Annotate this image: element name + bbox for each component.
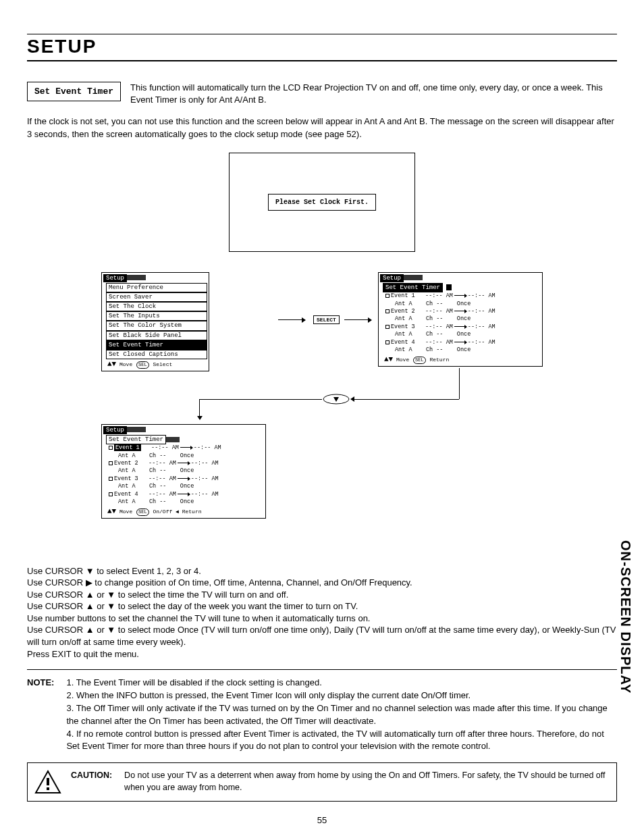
instructions-block: Use CURSOR ▼ to select Event 1, 2, 3 or …	[27, 565, 617, 660]
flow-line	[459, 368, 460, 399]
instruction-line: Use CURSOR ▶ to change position of On ti…	[27, 577, 617, 589]
instruction-line: Use CURSOR ▲ or ▼ to select the time the…	[27, 589, 617, 601]
note-label: NOTE:	[27, 677, 54, 753]
top-rule	[27, 34, 617, 34]
timer-subtitle: Set Event Timer	[106, 435, 166, 444]
svg-rect-3	[47, 778, 49, 785]
page-title: SETUP	[27, 36, 617, 61]
setup-menu-title: Setup	[103, 274, 127, 282]
menu-item: Set Black Side Panel	[106, 331, 207, 340]
arrow-right-icon	[278, 319, 305, 320]
arrow-right-icon	[344, 319, 371, 320]
menu-item: Set Closed Captions	[106, 350, 207, 359]
note-item: 4. If no remote control button is presse…	[66, 728, 617, 754]
header-row: Set Event Timer This function will autom…	[27, 82, 617, 106]
event-sub: Ant A Ch -- Once	[103, 498, 264, 506]
instruction-line: Use CURSOR ▼ to select Event 1, 2, 3 or …	[27, 565, 617, 577]
event-row: Event 2 --:-- AM--:-- AM	[103, 460, 264, 467]
event-row: Event 3 --:-- AM--:-- AM	[380, 323, 541, 331]
event-row-selected: Event 1 --:-- AM--:-- AM	[103, 444, 264, 452]
event-row: Event 3 --:-- AM--:-- AM	[103, 475, 264, 483]
clock-warning-text: Please Set Clock First.	[268, 194, 376, 211]
menu-item: Set The Clock	[106, 302, 207, 311]
caution-block: CAUTION: Do not use your TV as a deterre…	[27, 762, 617, 802]
event-row: Event 4 --:-- AM--:-- AM	[103, 491, 264, 498]
warning-icon	[34, 770, 61, 794]
arrow-down-icon	[199, 399, 200, 419]
menu-bar-icon	[127, 275, 146, 280]
intro-text: This function will automatically turn th…	[130, 82, 617, 106]
timer-hint-b: ▲▼ Move SEL On/Off ◀ Return	[103, 506, 264, 517]
caution-text: Do not use your TV as a deterrent when a…	[124, 770, 610, 793]
clock-paragraph: If the clock is not set, you can not use…	[27, 115, 617, 140]
flow-line	[351, 399, 459, 400]
event-sub: Ant A Ch -- Once	[103, 483, 264, 490]
section-label: Set Event Timer	[27, 82, 121, 101]
clock-warning-screen: Please Set Clock First.	[229, 153, 415, 252]
instruction-line: Use number buttons to set the channel th…	[27, 613, 617, 625]
cursor-indicator-icon	[446, 284, 452, 290]
side-tab-label: ON-SCREEN DISPLAY	[618, 540, 633, 694]
menu-bar-icon	[127, 427, 146, 432]
cursor-down-icon	[323, 394, 350, 405]
timer-hint-a: ▲▼ Move SEL Return	[380, 355, 541, 365]
event-row: Event 2 --:-- AM--:-- AM	[380, 308, 541, 315]
flow-line	[199, 399, 322, 400]
menu-bar-icon	[166, 437, 180, 442]
caution-label: CAUTION:	[71, 770, 117, 793]
select-button-label: SELECT	[313, 315, 340, 324]
note-body: 1. The Event Timer will be disabled if t…	[66, 677, 617, 753]
menu-item-selected: Set Event Timer	[106, 340, 207, 350]
note-item: 3. The Off Timer will only activate if t…	[66, 702, 617, 728]
event-sub: Ant A Ch -- Once	[103, 452, 264, 460]
note-item: 2. When the INFO button is pressed, the …	[66, 689, 617, 702]
menu-item: Set The Color System	[106, 321, 207, 330]
event-sub: Ant A Ch -- Once	[380, 315, 541, 323]
svg-rect-4	[47, 787, 49, 790]
instruction-line: Use CURSOR ▲ or ▼ to select mode Once (T…	[27, 624, 617, 648]
event-row: Event 1 --:-- AM--:-- AM	[380, 292, 541, 300]
event-sub: Ant A Ch -- Once	[380, 331, 541, 338]
menu-flow-diagram: Setup Menu Preference Screen Saver Set T…	[27, 272, 617, 556]
menu-item: Set The Inputs	[106, 311, 207, 321]
event-sub: Ant A Ch -- Once	[380, 301, 541, 308]
page-number: 55	[27, 815, 617, 825]
menu-item: Screen Saver	[106, 292, 207, 302]
timer-title: Setup	[103, 426, 127, 434]
timer-subtitle: Set Event Timer	[383, 283, 443, 292]
setup-menu-screen: Setup Menu Preference Screen Saver Set T…	[101, 272, 209, 371]
menu-bar-icon	[404, 275, 423, 280]
svg-marker-1	[333, 397, 339, 402]
event-timer-screen-b: Setup Set Event Timer Event 1 --:-- AM--…	[101, 424, 266, 519]
timer-title: Setup	[380, 274, 404, 282]
note-item: 1. The Event Timer will be disabled if t…	[66, 677, 617, 689]
menu-item: Menu Preference	[106, 283, 207, 292]
instruction-line: Use CURSOR ▲ or ▼ to select the day of t…	[27, 600, 617, 613]
event-row: Event 4 --:-- AM--:-- AM	[380, 339, 541, 346]
event-sub: Ant A Ch -- Once	[103, 467, 264, 475]
event-timer-screen-a: Setup Set Event Timer Event 1 --:-- AM--…	[378, 272, 543, 367]
note-block: NOTE: 1. The Event Timer will be disable…	[27, 669, 617, 753]
event-sub: Ant A Ch -- Once	[380, 346, 541, 354]
instruction-line: Press EXIT to quit the menu.	[27, 648, 617, 660]
setup-hint: ▲▼ Move SEL Select	[103, 359, 207, 369]
